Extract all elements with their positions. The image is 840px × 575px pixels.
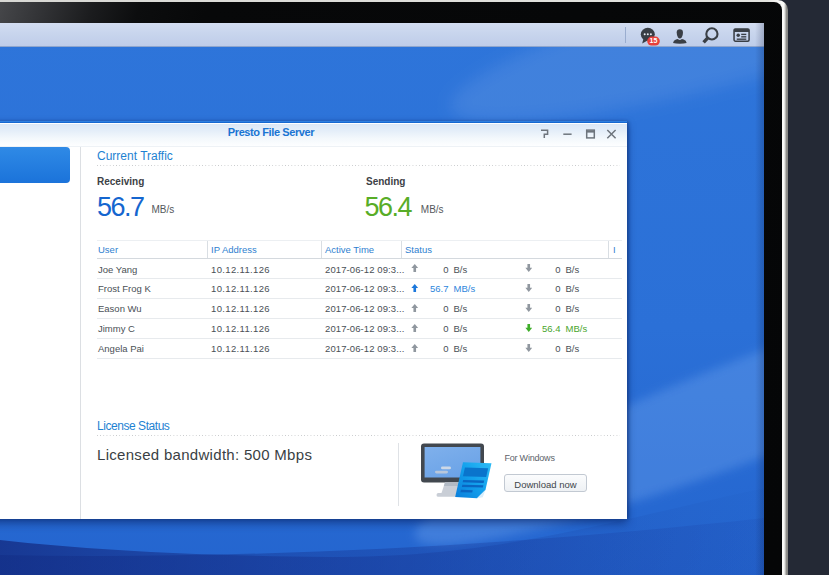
svg-text:15: 15 bbox=[650, 37, 658, 44]
